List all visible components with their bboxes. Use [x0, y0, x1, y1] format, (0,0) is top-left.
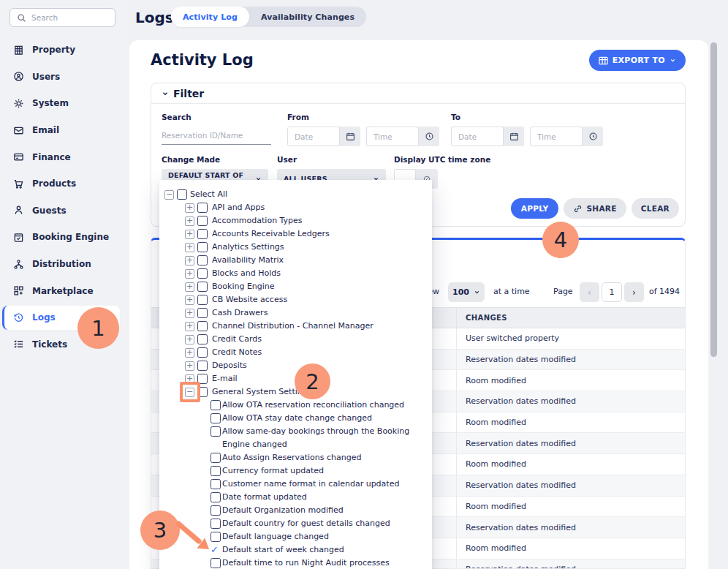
expand-icon[interactable]: [185, 295, 194, 305]
calendar-icon[interactable]: [504, 127, 524, 146]
checkbox[interactable]: [197, 321, 208, 331]
tree-child-item[interactable]: ✓ Allow OTA reservation reconciliation c…: [159, 399, 432, 412]
tree-group-item[interactable]: Credit Cards: [159, 333, 432, 346]
sidebar-item-guests[interactable]: Guests: [0, 197, 126, 225]
tree-group-item[interactable]: Blocks and Holds: [159, 267, 432, 280]
tree-group-item[interactable]: API and Apps: [159, 201, 432, 214]
checkbox[interactable]: [197, 242, 208, 252]
to-time-field[interactable]: Time: [530, 127, 603, 146]
tree-select-all[interactable]: Select All: [159, 188, 432, 201]
sidebar-item-finance[interactable]: Finance: [0, 143, 126, 170]
apply-button[interactable]: APPLY: [511, 198, 559, 219]
from-time-input[interactable]: Time: [366, 127, 419, 146]
tree-group-item[interactable]: Channel Distribution - Channel Manager: [159, 320, 432, 333]
tree-child-item[interactable]: ✓ Auto Assign Reservations changed: [159, 451, 432, 464]
cart-icon: [13, 178, 24, 189]
sidebar-search[interactable]: [10, 8, 115, 27]
sidebar-item-marketplace[interactable]: Marketplace: [0, 277, 126, 304]
page-size-select[interactable]: 100: [448, 282, 485, 302]
search-input[interactable]: [31, 13, 108, 22]
tree-child-item[interactable]: ✓ Default Organization modified: [159, 504, 432, 517]
collapse-icon[interactable]: [164, 190, 174, 200]
checkbox[interactable]: [211, 505, 221, 516]
vertical-scrollbar[interactable]: [710, 42, 717, 357]
to-time-input[interactable]: Time: [530, 127, 583, 146]
expand-icon[interactable]: [185, 361, 194, 371]
checkbox[interactable]: [197, 347, 208, 358]
tree-group-item[interactable]: Booking Engine: [159, 280, 432, 293]
calendar-icon[interactable]: [340, 127, 360, 146]
clock-icon[interactable]: [583, 127, 603, 146]
from-time-field[interactable]: Time: [366, 127, 439, 146]
checkbox[interactable]: [211, 492, 221, 502]
clock-icon[interactable]: [419, 127, 439, 146]
checkbox[interactable]: [197, 268, 208, 279]
tree-group-item[interactable]: Analytics Settings: [159, 241, 432, 254]
tree-group-item[interactable]: Accounts Receivable Ledgers: [159, 227, 432, 241]
sidebar-item-booking-engine[interactable]: Booking Engine: [0, 224, 126, 251]
checkbox[interactable]: [197, 216, 208, 226]
checkbox[interactable]: [211, 466, 221, 476]
checkbox[interactable]: [211, 558, 221, 568]
prev-page-button[interactable]: ‹: [580, 282, 599, 302]
checkbox[interactable]: [211, 426, 221, 437]
filter-header[interactable]: Filter: [151, 83, 685, 104]
expand-icon[interactable]: [185, 269, 194, 279]
next-page-button[interactable]: ›: [624, 282, 644, 302]
sidebar-item-email[interactable]: Email: [0, 117, 126, 144]
tab-activity-log[interactable]: Activity Log: [171, 7, 249, 27]
checkbox[interactable]: [211, 479, 221, 489]
sidebar-item-distribution[interactable]: Distribution: [0, 251, 126, 278]
from-date-input[interactable]: Date: [287, 127, 340, 146]
expand-icon[interactable]: [185, 335, 194, 344]
sidebar-item-users[interactable]: Users: [0, 64, 126, 91]
expand-icon[interactable]: [185, 309, 194, 318]
expand-icon[interactable]: [185, 230, 194, 239]
tree-group-item[interactable]: Cash Drawers: [159, 306, 432, 320]
expand-icon[interactable]: [185, 243, 194, 252]
tree-child-item[interactable]: ✓ Customer name format in calendar updat…: [159, 478, 432, 491]
expand-icon[interactable]: [185, 203, 194, 213]
tree-group-item[interactable]: CB Website access: [159, 293, 432, 306]
checkbox[interactable]: [211, 413, 221, 423]
tree-child-item[interactable]: ✓ Currency format updated: [159, 464, 432, 478]
tree-group-item[interactable]: Availability Matrix: [159, 254, 432, 267]
checkbox[interactable]: [197, 334, 208, 344]
tab-availability-changes[interactable]: Availability Changes: [249, 7, 366, 27]
from-date-field[interactable]: Date: [287, 127, 360, 146]
tree-child-item[interactable]: ✓ Allow same-day bookings through the Bo…: [159, 425, 432, 451]
checkbox[interactable]: [211, 400, 221, 410]
sidebar-item-property[interactable]: Property: [0, 37, 126, 64]
sidebar-item-label: Guests: [32, 206, 67, 216]
checkbox[interactable]: [177, 189, 187, 200]
page-number-input[interactable]: [602, 282, 622, 302]
sidebar-item-products[interactable]: Products: [0, 170, 126, 197]
checkbox[interactable]: [197, 361, 208, 371]
tree-child-item[interactable]: ✓ Default time to run Night Audit proces…: [159, 557, 432, 569]
tree-group-item[interactable]: Accommodation Types: [159, 214, 432, 227]
sidebar-item-system[interactable]: System: [0, 90, 126, 117]
checkbox[interactable]: [197, 282, 208, 292]
expand-icon[interactable]: [185, 322, 194, 331]
checkbox[interactable]: [197, 295, 208, 305]
reservation-search-input[interactable]: [162, 127, 271, 145]
checkbox[interactable]: [197, 308, 208, 318]
tree-child-item[interactable]: ✓ Allow OTA stay date change changed: [159, 412, 432, 425]
to-date-field[interactable]: Date: [451, 127, 524, 146]
checkbox[interactable]: [211, 453, 221, 463]
checkbox[interactable]: [197, 229, 208, 239]
checkbox[interactable]: [197, 255, 208, 265]
expand-icon[interactable]: [185, 216, 194, 226]
to-date-input[interactable]: Date: [451, 127, 504, 146]
tree-group-item[interactable]: Credit Notes: [159, 346, 432, 359]
checkbox[interactable]: [197, 203, 208, 213]
share-button[interactable]: SHARE: [564, 198, 626, 219]
tree-label: Analytics Settings: [159, 242, 284, 252]
export-to-button[interactable]: EXPORT TO: [589, 50, 686, 71]
tree-child-item[interactable]: ✓ Date format updated: [159, 491, 432, 504]
expand-icon[interactable]: [185, 282, 194, 292]
clear-button[interactable]: CLEAR: [632, 198, 679, 219]
expand-icon[interactable]: [185, 256, 194, 265]
tree-group-item[interactable]: Deposits: [159, 359, 432, 372]
expand-icon[interactable]: [185, 348, 194, 358]
